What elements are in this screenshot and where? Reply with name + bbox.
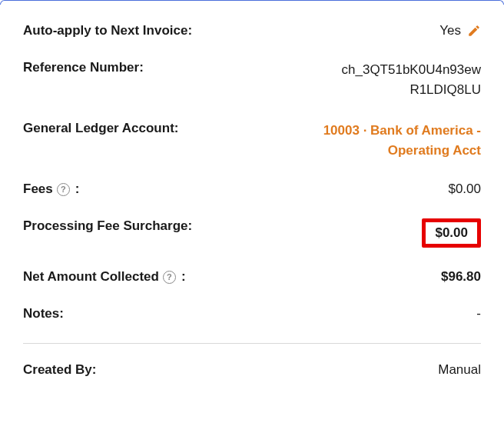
value-reference: ch_3QT51bK0U4n93ew R1LDIQ8LU [342,60,481,99]
help-icon[interactable]: ? [57,183,70,196]
section-divider [23,343,481,344]
label-net-colon: : [181,269,186,285]
row-reference: Reference Number: ch_3QT51bK0U4n93ew R1L… [23,60,481,99]
label-net-text: Net Amount Collected [23,269,159,285]
value-created-by: Manual [438,362,481,378]
label-fees: Fees ? : [23,182,79,197]
panel-top-border [0,0,504,5]
label-auto-apply: Auto-apply to Next Invoice: [23,23,192,38]
value-net: $96.80 [441,269,481,285]
row-fees: Fees ? : $0.00 [23,182,481,197]
value-fees: $0.00 [448,182,481,197]
row-auto-apply: Auto-apply to Next Invoice: Yes [23,23,481,38]
value-wrapper-auto-apply: Yes [439,23,481,38]
label-fees-text: Fees [23,182,53,197]
row-gl-account: General Ledger Account: 10003 · Bank of … [23,121,481,160]
highlight-surcharge: $0.00 [422,218,481,248]
help-icon[interactable]: ? [163,271,176,284]
value-notes: - [476,306,481,321]
label-created-by: Created By: [23,362,96,378]
pencil-icon[interactable] [467,24,481,38]
row-notes: Notes: - [23,306,481,321]
row-surcharge: Processing Fee Surcharge: $0.00 [23,218,481,248]
value-gl-account[interactable]: 10003 · Bank of America - Operating Acct [281,121,481,160]
row-created-by: Created By: Manual [23,362,481,378]
details-panel: Auto-apply to Next Invoice: Yes Referenc… [0,0,504,407]
label-notes: Notes: [23,306,64,321]
highlight-box: $0.00 [422,218,481,248]
value-reference-line1: ch_3QT51bK0U4n93ew [342,60,481,80]
label-reference: Reference Number: [23,60,144,75]
row-net: Net Amount Collected ? : $96.80 [23,269,481,285]
label-surcharge: Processing Fee Surcharge: [23,218,192,234]
value-auto-apply: Yes [439,23,461,38]
value-reference-line2: R1LDIQ8LU [342,80,481,100]
label-gl-account: General Ledger Account: [23,121,178,136]
label-net: Net Amount Collected ? : [23,269,186,285]
value-surcharge: $0.00 [435,225,468,240]
label-fees-colon: : [75,182,80,197]
